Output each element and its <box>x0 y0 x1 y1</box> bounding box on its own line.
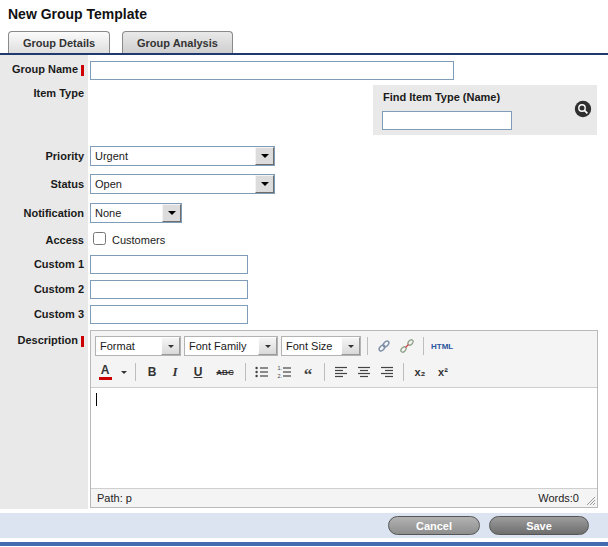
align-right-button[interactable] <box>377 362 397 382</box>
access-label-text: Access <box>45 234 84 246</box>
italic-button[interactable]: I <box>165 362 185 382</box>
label-column-background <box>0 55 88 509</box>
priority-value: Urgent <box>91 147 255 165</box>
page-title: New Group Template <box>8 6 147 22</box>
subscript-button[interactable]: x₂ <box>410 362 430 382</box>
strikethrough-label: ABC <box>216 368 233 377</box>
unlink-icon <box>399 338 415 354</box>
cancel-button[interactable]: Cancel <box>388 516 480 535</box>
superscript-label: x² <box>438 366 448 378</box>
status-label-text: Status <box>50 178 84 190</box>
format-select[interactable]: Format <box>95 336 181 356</box>
text-cursor <box>96 393 97 406</box>
access-label: Access <box>0 234 84 246</box>
align-left-icon <box>333 364 349 380</box>
svg-text:1.: 1. <box>278 365 283 371</box>
description-rich-text-editor: Format Font Family Font Size <box>90 330 598 508</box>
align-center-button[interactable] <box>354 362 374 382</box>
html-source-button[interactable]: HTML <box>430 336 454 356</box>
tab-group-analysis[interactable]: Group Analysis <box>122 31 233 53</box>
underline-button[interactable]: U <box>188 362 208 382</box>
notification-label: Notification <box>0 207 84 219</box>
ordered-list-button[interactable]: 1. 2. <box>275 362 295 382</box>
blockquote-button[interactable]: “ <box>298 362 318 382</box>
custom1-input[interactable] <box>90 255 248 274</box>
custom3-input[interactable] <box>90 305 248 324</box>
unlink-button[interactable] <box>397 336 417 356</box>
find-item-type-input[interactable] <box>382 111 512 130</box>
blockquote-icon: “ <box>304 365 313 385</box>
font-family-value: Font Family <box>185 337 258 355</box>
subscript-label: x₂ <box>414 366 425 378</box>
chevron-down-icon[interactable] <box>161 337 180 355</box>
align-center-icon <box>356 364 372 380</box>
underline-label: U <box>194 365 203 379</box>
find-item-type-title: Find Item Type (Name) <box>383 91 500 103</box>
priority-label: Priority <box>0 150 84 162</box>
chevron-down-icon[interactable] <box>255 147 274 165</box>
customers-checkbox-label: Customers <box>112 234 165 246</box>
chevron-down-icon[interactable] <box>341 337 360 355</box>
editor-wordcount: Words:0 <box>538 492 579 504</box>
description-editor-area[interactable] <box>91 387 597 489</box>
unordered-list-button[interactable] <box>252 362 272 382</box>
toolbar-separator <box>403 363 404 381</box>
editor-statusbar: Path: p Words:0 <box>91 488 597 507</box>
tab-group-details-label: Group Details <box>23 37 95 49</box>
notification-label-text: Notification <box>24 207 85 219</box>
group-name-input[interactable] <box>90 61 454 80</box>
chevron-down-icon[interactable] <box>258 337 277 355</box>
italic-label: I <box>172 364 177 380</box>
description-label-text: Description <box>17 334 78 346</box>
strikethrough-button[interactable]: ABC <box>211 362 239 382</box>
resize-grip-icon[interactable] <box>586 496 596 506</box>
custom2-input[interactable] <box>90 280 248 299</box>
group-name-label: Group Name <box>0 63 84 76</box>
customers-checkbox[interactable] <box>93 232 106 245</box>
new-group-template-window: New Group Template Group Details Group A… <box>0 0 608 547</box>
superscript-button[interactable]: x² <box>433 362 453 382</box>
font-color-button[interactable]: A <box>95 362 115 382</box>
custom1-label: Custom 1 <box>0 258 84 270</box>
notification-select[interactable]: None <box>90 203 182 223</box>
font-size-value: Font Size <box>282 337 341 355</box>
notification-value: None <box>91 204 162 222</box>
item-type-label: Item Type <box>0 87 84 99</box>
chevron-down-icon[interactable] <box>162 204 181 222</box>
toolbar-separator <box>324 363 325 381</box>
toolbar-separator <box>423 337 424 355</box>
bold-label: B <box>148 365 157 379</box>
description-label: Description <box>0 334 84 347</box>
bold-button[interactable]: B <box>142 362 162 382</box>
save-button[interactable]: Save <box>489 516 589 535</box>
align-right-icon <box>379 364 395 380</box>
font-color-dropdown[interactable] <box>118 362 129 382</box>
font-family-select[interactable]: Font Family <box>184 336 278 356</box>
status-select[interactable]: Open <box>90 174 275 194</box>
svg-text:2.: 2. <box>278 373 283 379</box>
align-left-button[interactable] <box>331 362 351 382</box>
chevron-down-icon[interactable] <box>255 175 274 193</box>
priority-select[interactable]: Urgent <box>90 146 275 166</box>
window-bottom-border <box>0 542 608 546</box>
insert-link-button[interactable] <box>374 336 394 356</box>
item-type-label-text: Item Type <box>33 87 84 99</box>
custom1-label-text: Custom 1 <box>34 258 84 270</box>
tab-group-analysis-label: Group Analysis <box>137 37 218 49</box>
required-marker <box>81 65 84 76</box>
toolbar-separator <box>135 363 136 381</box>
custom2-label-text: Custom 2 <box>34 283 84 295</box>
search-icon[interactable] <box>574 100 592 118</box>
link-icon <box>376 338 392 354</box>
priority-label-text: Priority <box>45 150 84 162</box>
status-value: Open <box>91 175 255 193</box>
tab-group-details[interactable]: Group Details <box>8 31 110 53</box>
editor-path: Path: p <box>97 492 132 504</box>
custom3-label: Custom 3 <box>0 308 84 320</box>
format-value: Format <box>96 337 161 355</box>
toolbar-separator <box>367 337 368 355</box>
custom2-label: Custom 2 <box>0 283 84 295</box>
group-name-label-text: Group Name <box>12 63 78 75</box>
font-color-letter: A <box>101 364 110 376</box>
font-size-select[interactable]: Font Size <box>281 336 361 356</box>
